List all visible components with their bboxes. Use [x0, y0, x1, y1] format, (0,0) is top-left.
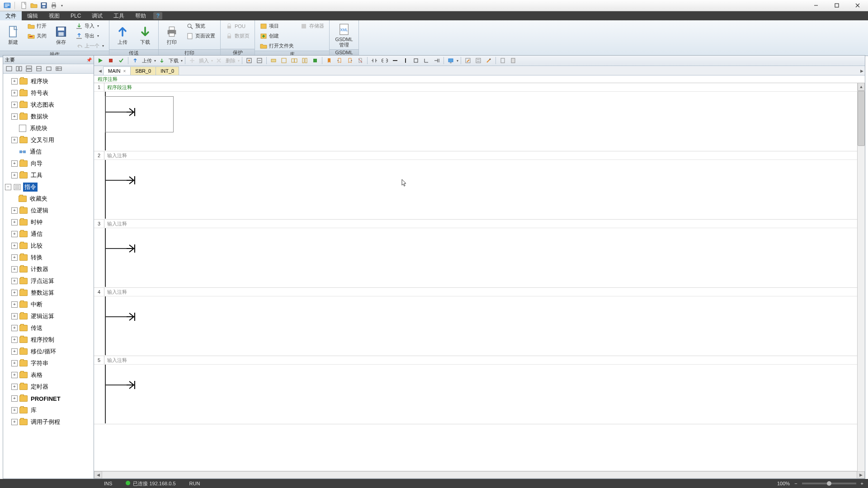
hscroll-track[interactable]: [102, 471, 857, 479]
print-button[interactable]: 打印: [161, 21, 182, 49]
tb-lad-hline-icon[interactable]: [391, 56, 400, 65]
zoom-in-icon[interactable]: +: [861, 481, 863, 486]
new-button[interactable]: 新建: [3, 21, 24, 49]
run-icon[interactable]: [96, 56, 105, 65]
node-convert[interactable]: +转换: [3, 252, 94, 263]
program-comment-row[interactable]: 程序注释: [94, 75, 865, 83]
tab-scroll-right-icon[interactable]: ▶: [859, 67, 865, 75]
tb-edit3-icon[interactable]: [484, 56, 493, 65]
node-comm[interactable]: +通信: [3, 228, 94, 240]
node-bit-logic[interactable]: +位逻辑: [3, 205, 94, 216]
tb-monitor-icon[interactable]: [446, 56, 455, 65]
menu-debug[interactable]: 调试: [86, 11, 108, 20]
editor-hscroll[interactable]: ◀ ▶: [94, 471, 865, 479]
tb-icon-b5[interactable]: [311, 56, 320, 65]
tb-lad-contact-icon[interactable]: [370, 56, 379, 65]
menu-view[interactable]: 视图: [43, 11, 65, 20]
tab-scroll-left-icon[interactable]: ◀: [97, 67, 103, 75]
network-4[interactable]: 4输入注释: [94, 288, 865, 356]
tb-lad-end-icon[interactable]: [432, 56, 441, 65]
node-logic-ops[interactable]: +逻辑运算: [3, 310, 94, 322]
hscroll-right-icon[interactable]: ▶: [857, 471, 865, 479]
tb-icon-b1[interactable]: [269, 56, 278, 65]
node-data-block[interactable]: +数据块: [3, 111, 94, 122]
tree-tb-icon-5[interactable]: [45, 65, 53, 73]
zoom-handle[interactable]: [827, 481, 831, 486]
network-1-comment[interactable]: 程序段注释: [104, 83, 865, 91]
tb-lad-vline-icon[interactable]: [401, 56, 410, 65]
node-shift-rotate[interactable]: +移位/循环: [3, 346, 94, 357]
tb-lad-coil-icon[interactable]: [380, 56, 389, 65]
project-lib-button[interactable]: 项目: [258, 21, 296, 31]
tree-tb-icon-1[interactable]: [5, 65, 13, 73]
import-button[interactable]: 导入▾: [73, 21, 106, 31]
node-profinet[interactable]: +PROFINET: [3, 393, 94, 404]
save-button[interactable]: 保存: [51, 21, 71, 49]
tb-lad-branch-icon[interactable]: [422, 56, 431, 65]
tab-int[interactable]: INT_0: [156, 66, 179, 75]
page-setup-button[interactable]: 页面设置: [184, 31, 217, 41]
zoom-out-icon[interactable]: −: [794, 481, 797, 486]
zoom-slider[interactable]: [802, 483, 856, 484]
qat-dropdown-icon[interactable]: ▾: [61, 4, 63, 8]
compile-icon[interactable]: [117, 56, 126, 65]
node-call-sub[interactable]: +调用子例程: [3, 416, 94, 428]
tree-tb-icon-2[interactable]: [15, 65, 23, 73]
network-2[interactable]: 2输入注释: [94, 151, 865, 220]
network-3-comment[interactable]: 输入注释: [104, 220, 865, 228]
tb-icon-b3[interactable]: [290, 56, 299, 65]
tb-bookmark-prev-icon[interactable]: [345, 56, 354, 65]
hscroll-left-icon[interactable]: ◀: [94, 471, 102, 479]
create-lib-button[interactable]: 创建: [258, 31, 296, 41]
upload-small-icon[interactable]: [131, 56, 140, 65]
pin-icon[interactable]: 📌: [86, 57, 92, 62]
network-3[interactable]: 3输入注释: [94, 220, 865, 288]
node-favorites[interactable]: 收藏夹: [3, 193, 94, 205]
node-move[interactable]: +传送: [3, 322, 94, 334]
network-5[interactable]: 5输入注释: [94, 356, 865, 424]
help-icon[interactable]: ?: [153, 12, 162, 19]
gsdml-button[interactable]: XML GSDML 管理: [332, 21, 356, 49]
qat-print-icon[interactable]: [50, 2, 57, 9]
menu-help[interactable]: 帮助: [130, 11, 151, 20]
menu-edit[interactable]: 编辑: [22, 11, 43, 20]
node-tools[interactable]: +工具: [3, 169, 94, 181]
stop-icon[interactable]: [106, 56, 115, 65]
tb-edit1-icon[interactable]: [463, 56, 472, 65]
tb-edit2-icon[interactable]: [474, 56, 483, 65]
previous-button[interactable]: 上一个▾: [73, 41, 106, 51]
tb-icon-b4[interactable]: [300, 56, 309, 65]
close-button[interactable]: 关闭: [25, 31, 49, 41]
qat-save-icon[interactable]: [40, 2, 47, 9]
node-wizard[interactable]: +向导: [3, 158, 94, 169]
tb-bookmark-next-icon[interactable]: [335, 56, 344, 65]
node-timer[interactable]: +定时器: [3, 381, 94, 393]
preview-button[interactable]: 预览: [184, 21, 217, 31]
vscroll-up-icon[interactable]: ▲: [858, 83, 865, 91]
tree-body[interactable]: +程序块 +符号表 +状态图表 +数据块 系统块 +交叉引用 通信 +向导 +工…: [3, 74, 94, 479]
node-float-math[interactable]: +浮点运算: [3, 275, 94, 287]
download-small-icon[interactable]: [157, 56, 166, 65]
node-clock[interactable]: +时钟: [3, 216, 94, 228]
upload-button[interactable]: 上传: [112, 21, 133, 49]
node-int-math[interactable]: +整数运算: [3, 287, 94, 299]
networks-area[interactable]: 1程序段注释 2输入注释 3输入注释 4输入注释: [94, 83, 865, 471]
tb-icon-a1[interactable]: [245, 56, 254, 65]
tb-icon-b2[interactable]: [279, 56, 288, 65]
node-system-block[interactable]: 系统块: [3, 122, 94, 134]
download-button[interactable]: 下载: [135, 21, 156, 49]
node-library[interactable]: +库: [3, 404, 94, 416]
node-program-ctrl[interactable]: +程序控制: [3, 334, 94, 346]
node-instructions[interactable]: −指令: [3, 181, 94, 193]
node-table[interactable]: +表格: [3, 369, 94, 381]
node-compare[interactable]: +比较: [3, 240, 94, 252]
window-maximize-button[interactable]: [826, 0, 847, 11]
node-symbol-table[interactable]: +符号表: [3, 87, 94, 99]
window-close-button[interactable]: [847, 0, 868, 11]
node-counter[interactable]: +计数器: [3, 263, 94, 275]
node-cross-ref[interactable]: +交叉引用: [3, 134, 94, 146]
download-small-label[interactable]: 下载: [168, 57, 179, 64]
window-minimize-button[interactable]: [806, 0, 826, 11]
node-interrupt[interactable]: +中断: [3, 299, 94, 310]
menu-file[interactable]: 文件: [0, 11, 22, 20]
